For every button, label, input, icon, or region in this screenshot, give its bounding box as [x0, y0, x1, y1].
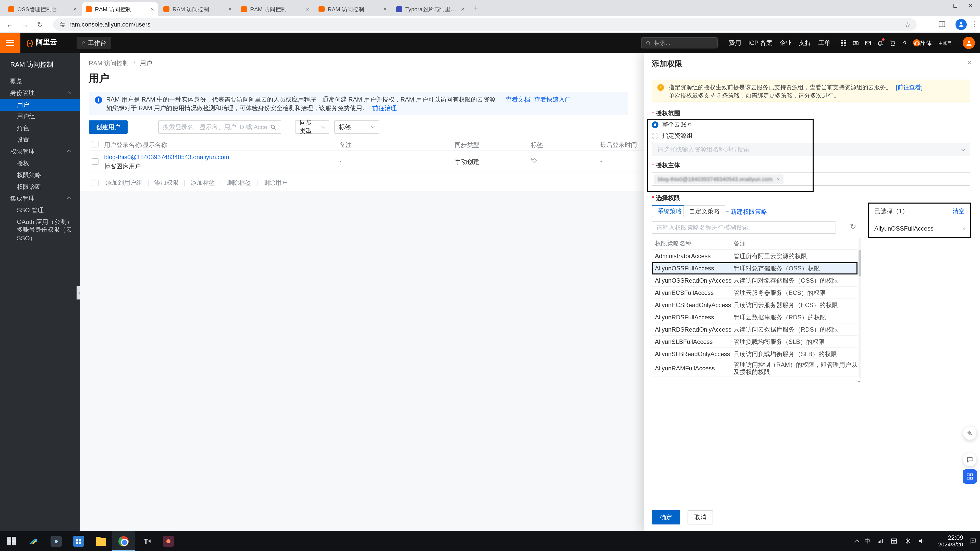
warning-link[interactable]: [前往查看]: [896, 84, 923, 90]
snowflake-icon[interactable]: [904, 537, 912, 545]
sidebar-item[interactable]: 授权: [0, 158, 80, 169]
tab-close-icon[interactable]: ×: [151, 6, 154, 13]
sidebar-item[interactable]: SSO 管理: [0, 205, 80, 216]
resource-group-select[interactable]: 请选择或输入资源组名称进行搜索: [652, 143, 970, 156]
select-all-checkbox[interactable]: [92, 141, 99, 148]
app-grid-icon[interactable]: [840, 39, 847, 46]
tab-system-policy[interactable]: 系统策略: [652, 205, 687, 218]
address-bar[interactable]: ☆: [53, 18, 917, 30]
governance-link[interactable]: 前往治理: [372, 105, 397, 112]
sidebar-item[interactable]: 集成管理: [0, 193, 80, 205]
browser-tab[interactable]: RAM 访问控制 ×: [159, 2, 236, 16]
sidebar-item[interactable]: 用户组: [0, 111, 80, 122]
tab-close-icon[interactable]: ×: [228, 6, 232, 13]
policy-row[interactable]: AliyunECSFullAccess 管理云服务器服务（ECS）的权限: [652, 287, 858, 299]
console-nav-item[interactable]: ICP 备案: [748, 38, 772, 47]
tag-filter[interactable]: 标签: [334, 121, 379, 134]
sidebar-item[interactable]: 多账号身份权限（云 SSO）: [0, 228, 80, 240]
policy-row[interactable]: AliyunECSReadOnlyAccess 只读访问云服务器服务（ECS）的…: [652, 299, 858, 311]
row-checkbox[interactable]: [92, 158, 99, 165]
close-icon[interactable]: ×: [967, 58, 972, 67]
window-maximize-button[interactable]: □: [953, 2, 957, 9]
tab-custom-policy[interactable]: 自定义策略: [683, 205, 725, 218]
remove-token-icon[interactable]: ×: [776, 176, 780, 182]
taskbar-clock[interactable]: 22:09 2024/3/20: [932, 534, 963, 548]
scroll-down-icon[interactable]: ▾: [858, 380, 860, 384]
sidebar-item[interactable]: 概览: [0, 76, 80, 87]
aliyun-logo[interactable]: (-) 阿里云: [27, 38, 57, 47]
mail-icon[interactable]: [864, 39, 871, 46]
policy-scrollbar[interactable]: [859, 238, 861, 379]
confirm-button[interactable]: 确定: [652, 510, 680, 524]
browser-profile-avatar[interactable]: [956, 19, 967, 30]
policy-row[interactable]: AdministratorAccess 管理所有阿里云资源的权限: [652, 250, 858, 262]
batch-checkbox[interactable]: [92, 179, 99, 186]
clear-selection-link[interactable]: 清空: [953, 207, 965, 216]
policy-row[interactable]: AliyunRAMFullAccess 管理访问控制（RAM）的权限，即管理用户…: [652, 360, 858, 377]
browser-menu-icon[interactable]: ⋮: [971, 20, 978, 28]
browser-tab[interactable]: RAM 访问控制 ×: [314, 2, 391, 16]
user-login-link[interactable]: blog-this0@1840393748340543.onaliyun.com: [104, 154, 229, 161]
cancel-button[interactable]: 取消: [687, 510, 713, 524]
console-nav-item[interactable]: 企业: [780, 38, 792, 47]
policy-search-input[interactable]: [652, 221, 836, 233]
scope-option-resource-group[interactable]: 指定资源组: [652, 132, 693, 140]
network-icon[interactable]: [877, 537, 884, 545]
file-explorer-icon[interactable]: [90, 531, 112, 551]
view-docs-link[interactable]: 查看文档: [506, 96, 530, 103]
policy-row[interactable]: AliyunOSSReadOnlyAccess 只读访问对象存储服务（OSS）的…: [652, 275, 858, 287]
browser-tab[interactable]: OSS管理控制台 ×: [4, 2, 81, 16]
taskbar-store-icon[interactable]: [67, 531, 90, 551]
batch-action[interactable]: 添加标签: [179, 178, 215, 187]
site-info-icon[interactable]: [59, 21, 65, 27]
policy-row[interactable]: AliyunSLBReadOnlyAccess 只读访问负载均衡服务（SLB）的…: [652, 348, 858, 360]
tab-close-icon[interactable]: ×: [306, 6, 309, 13]
workbench-button[interactable]: ⌂ 工作台: [76, 37, 111, 49]
back-button[interactable]: ←: [6, 20, 14, 29]
batch-action[interactable]: 删除标签: [215, 178, 251, 187]
bell-icon[interactable]: [877, 39, 883, 46]
policy-row[interactable]: AliyunRDSFullAccess 管理云数据库服务（RDS）的权限: [652, 311, 858, 324]
remove-selected-icon[interactable]: ×: [962, 225, 966, 232]
window-minimize-button[interactable]: –: [938, 2, 942, 9]
billing-icon[interactable]: [852, 39, 859, 46]
console-nav-item[interactable]: 支持: [799, 38, 811, 47]
start-button[interactable]: [0, 531, 22, 551]
console-nav-item[interactable]: 费用: [729, 38, 741, 47]
url-input[interactable]: [69, 21, 900, 28]
browser-tab[interactable]: RAM 访问控制 ×: [237, 2, 313, 16]
breadcrumb-root[interactable]: RAM 访问控制: [89, 60, 129, 67]
sidebar-item[interactable]: 权限策略: [0, 169, 80, 181]
browser-tab[interactable]: RAM 访问控制 ×: [82, 2, 158, 16]
chat-support-button[interactable]: [963, 453, 977, 466]
volume-icon[interactable]: [918, 537, 925, 545]
new-tab-button[interactable]: +: [474, 3, 478, 12]
calendar-grid-icon[interactable]: [890, 537, 898, 545]
chrome-taskbar-icon[interactable]: [112, 531, 135, 551]
sidebar-item[interactable]: 角色: [0, 122, 80, 134]
reload-button[interactable]: ↻: [37, 20, 43, 29]
batch-action[interactable]: 添加权限: [142, 178, 179, 187]
sidebar-item[interactable]: 用户: [0, 99, 80, 111]
tab-close-icon[interactable]: ×: [383, 6, 387, 13]
account-avatar[interactable]: [963, 37, 975, 49]
user-table-row[interactable]: blog-this0@1840393748340543.onaliyun.com…: [89, 151, 691, 172]
sidebar-item[interactable]: 身份管理: [0, 87, 80, 99]
browser-tab[interactable]: Typora图片与阿里云OSS图... ×: [392, 2, 469, 16]
hamburger-menu-icon[interactable]: [0, 33, 21, 53]
forward-button[interactable]: →: [21, 20, 29, 29]
taskbar-app-dark[interactable]: [45, 531, 67, 551]
action-center-icon[interactable]: [969, 537, 977, 545]
language-switch[interactable]: 简体: [920, 39, 932, 48]
policy-row[interactable]: AliyunOSSFullAccess 管理对象存储服务（OSS）权限: [652, 262, 858, 275]
user-search-input[interactable]: [158, 121, 281, 134]
policy-row[interactable]: AliyunRDSReadOnlyAccess 只读访问云数据库服务（RDS）的…: [652, 324, 858, 336]
principal-input[interactable]: blog-this0@1840393748340543.onaliyun.com…: [652, 172, 970, 186]
batch-action[interactable]: 删除用户: [251, 178, 288, 187]
create-user-button[interactable]: 创建用户: [89, 121, 127, 134]
batch-action[interactable]: 添加到用户组: [106, 178, 142, 187]
typora-taskbar-icon[interactable]: T: [135, 531, 157, 551]
bulb-icon[interactable]: [901, 39, 908, 46]
radio-selected-icon[interactable]: [652, 121, 659, 128]
tray-chevron-up-icon[interactable]: [854, 539, 859, 545]
